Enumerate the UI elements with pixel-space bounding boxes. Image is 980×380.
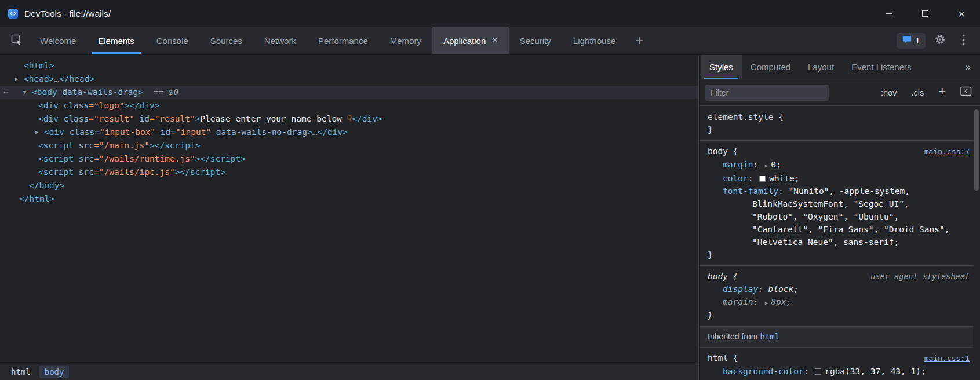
expand-arrow-icon[interactable]: ▶ <box>35 126 38 139</box>
css-val: "Roboto", "Oxygen", "Ubuntu", <box>752 212 899 221</box>
add-tab-button[interactable]: + <box>626 27 652 54</box>
token-tag: ></div> <box>124 101 159 110</box>
token-attr: data-wails-drag <box>57 87 139 97</box>
tab-console[interactable]: Console <box>145 27 199 54</box>
css-prop: margin <box>723 160 753 169</box>
token-tag: </div> <box>317 127 347 137</box>
dom-line[interactable]: ⋯▼<body data-wails-drag> == $0 <box>0 86 698 99</box>
css-plain: : <box>778 187 788 196</box>
tab-lighthouse[interactable]: Lighthouse <box>562 27 626 54</box>
css-val: BlinkMacSystemFont, "Segoe UI", <box>752 199 909 209</box>
messages-button[interactable]: 1 <box>897 33 926 49</box>
token-meta: == $0 <box>143 87 178 97</box>
css-val: "Cantarell", "Fira Sans", "Droid Sans", <box>752 225 949 234</box>
overflow-tabs-icon[interactable]: » <box>956 55 980 79</box>
dom-line[interactable]: <script src="/main.js"></script> <box>0 139 698 152</box>
rule-close-brace: } <box>708 309 970 322</box>
dom-line[interactable]: <script src="/wails/ipc.js"></script> <box>0 166 698 179</box>
token-attr: src <box>74 141 94 150</box>
styles-toolbar: :hov .cls + <box>700 79 980 106</box>
filter-input[interactable] <box>705 85 829 101</box>
toggle-computed-sidebar-button[interactable] <box>960 86 972 98</box>
sidebar-tab-layout[interactable]: Layout <box>799 55 843 79</box>
tab-elements[interactable]: Elements <box>87 27 145 54</box>
titlebar: DevTools - file://wails/ × <box>0 0 980 27</box>
dom-line[interactable]: </body> <box>0 179 698 192</box>
tab-welcome[interactable]: Welcome <box>29 27 87 54</box>
css-declaration[interactable]: "Cantarell", "Fira Sans", "Droid Sans", <box>708 223 970 236</box>
collapse-arrow-icon[interactable]: ▼ <box>23 86 26 99</box>
elements-panel: <html>▶<head>…</head>⋯▼<body data-wails-… <box>0 55 699 380</box>
expand-longhand-icon[interactable]: ▶ <box>765 163 768 169</box>
crumb-body[interactable]: body <box>39 366 70 378</box>
maximize-button[interactable] <box>907 0 943 27</box>
dom-line[interactable]: <div class="logo"></div> <box>0 99 698 112</box>
sidebar-tab-event-listeners[interactable]: Event Listeners <box>843 55 920 79</box>
expand-arrow-icon[interactable]: ▶ <box>15 72 18 86</box>
css-declaration[interactable]: display: block; <box>708 283 970 295</box>
color-swatch[interactable] <box>759 176 766 182</box>
tab-label: Sources <box>210 36 242 46</box>
settings-button[interactable] <box>931 32 949 49</box>
inherited-header: Inherited fromhtml <box>700 327 973 348</box>
css-declaration[interactable]: BlinkMacSystemFont, "Segoe UI", <box>708 198 970 210</box>
css-declaration[interactable]: margin: ▶8px; <box>708 295 970 309</box>
token-tag: <div <box>38 101 59 110</box>
css-declaration[interactable]: "Helvetica Neue", sans-serif; <box>708 236 970 249</box>
token-tag: <body <box>32 87 57 97</box>
crumb-html[interactable]: html <box>6 366 36 378</box>
minimize-icon <box>886 13 892 14</box>
close-tab-icon[interactable]: × <box>492 35 497 46</box>
expand-longhand-icon[interactable]: ▶ <box>765 300 768 306</box>
css-declaration[interactable]: font-family: "Nunito", -apple-system, <box>708 185 970 198</box>
element-classes-button[interactable]: .cls <box>911 88 924 97</box>
rule-close-brace: } <box>708 249 970 261</box>
rule-close-brace: } <box>708 123 970 136</box>
dom-line[interactable]: <div class="result" id="result">Please e… <box>0 112 698 126</box>
stylesheet-link[interactable]: main.css:1 <box>924 352 970 365</box>
toggle-element-state-button[interactable]: :hov <box>881 88 897 97</box>
css-declaration[interactable]: margin: ▶0; <box>708 158 970 172</box>
stylesheet-link[interactable]: main.css:7 <box>924 145 970 158</box>
css-declaration[interactable]: "Roboto", "Oxygen", "Ubuntu", <box>708 210 970 223</box>
css-val: "Helvetica Neue", sans-serif; <box>752 237 899 247</box>
css-declaration[interactable]: color: white; <box>708 172 970 185</box>
close-button[interactable]: × <box>943 0 980 27</box>
dom-line[interactable]: <html> <box>0 59 698 72</box>
inspect-element-button[interactable] <box>3 27 29 54</box>
token-value: ="logo" <box>89 101 124 110</box>
css-declaration[interactable]: background-color: rgba(33, 37, 43, 1); <box>708 365 970 378</box>
rule-selector[interactable]: body { <box>708 270 738 283</box>
token-tag: </head> <box>59 74 94 83</box>
minimize-button[interactable] <box>870 0 907 27</box>
dom-line[interactable]: ▶<head>…</head> <box>0 72 698 86</box>
rule-header: body {main.css:7 <box>708 145 970 158</box>
sidebar-tab-styles[interactable]: Styles <box>701 55 742 79</box>
tab-network[interactable]: Network <box>253 27 307 54</box>
dom-line[interactable]: ▶<div class="input-box" id="input" data-… <box>0 126 698 139</box>
rule-selector[interactable]: html { <box>708 352 738 364</box>
dom-line[interactable]: </html> <box>0 192 698 206</box>
token-value: ="result" <box>150 114 195 123</box>
sidebar-tab-computed[interactable]: Computed <box>742 55 799 79</box>
dom-line[interactable]: <script src="/wails/runtime.js"></script… <box>0 152 698 166</box>
color-swatch[interactable] <box>815 368 821 375</box>
tab-label: Application <box>443 36 486 46</box>
tab-application[interactable]: Application× <box>432 27 509 54</box>
token-attr: id <box>155 127 170 137</box>
tab-security[interactable]: Security <box>509 27 562 54</box>
more-options-button[interactable] <box>955 32 972 49</box>
new-style-rule-button[interactable]: + <box>938 84 946 99</box>
scrollbar-thumb[interactable] <box>974 109 979 191</box>
css-val: 8px; <box>771 297 791 306</box>
rule-selector[interactable]: body { <box>708 145 738 158</box>
styles-scrollbar[interactable] <box>973 107 980 380</box>
token-tag: ></script> <box>195 154 246 163</box>
tab-sources[interactable]: Sources <box>199 27 253 54</box>
rule-header: html {main.css:1 <box>708 352 970 365</box>
tab-performance[interactable]: Performance <box>307 27 379 54</box>
rule-selector[interactable]: element.style { <box>708 111 784 123</box>
node-overflow-menu-icon[interactable]: ⋯ <box>3 86 9 99</box>
inherited-node-link[interactable]: html <box>760 332 779 341</box>
tab-memory[interactable]: Memory <box>379 27 432 54</box>
